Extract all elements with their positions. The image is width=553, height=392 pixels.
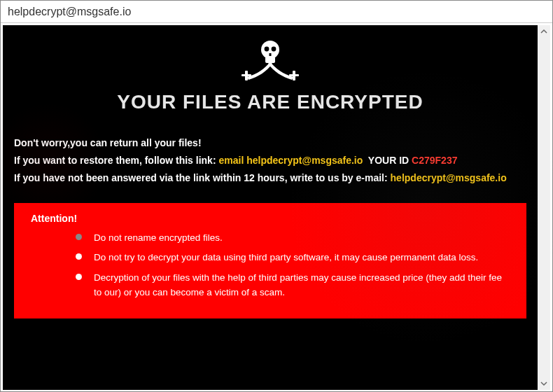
contact-email-link[interactable]: email helpdecrypt@msgsafe.io <box>218 155 363 166</box>
attention-box: Attention! Do not rename encrypted files… <box>14 203 526 319</box>
window-title: helpdecrypt@msgsafe.io <box>8 6 131 18</box>
instruction-line-2-prefix: If you want to restore them, follow this… <box>14 155 216 166</box>
your-id-value: C279F237 <box>412 155 457 166</box>
svg-point-3 <box>272 47 276 52</box>
instructions: Don't worry,you can return all your file… <box>13 134 528 188</box>
vertical-scrollbar[interactable] <box>538 25 550 390</box>
headline: YOUR FILES ARE ENCRYPTED <box>13 91 528 113</box>
instruction-line-3: If you have not been answered via the li… <box>14 169 528 187</box>
svg-rect-7 <box>241 74 251 76</box>
ransom-note: YOUR FILES ARE ENCRYPTED Don't worry,you… <box>3 25 538 390</box>
scroll-down-icon[interactable] <box>538 377 550 390</box>
instruction-line-3-prefix: If you have not been answered via the li… <box>14 172 388 183</box>
instruction-line-2: If you want to restore them, follow this… <box>14 152 528 169</box>
svg-rect-4 <box>270 53 272 56</box>
scroll-up-icon[interactable] <box>538 25 550 38</box>
list-item: Decryption of your files with the help o… <box>94 271 510 300</box>
list-item: Do not rename encrypted files. <box>94 231 510 246</box>
list-item: Do not try to decrypt your data using th… <box>94 251 510 265</box>
window-titlebar: helpdecrypt@msgsafe.io <box>1 1 552 23</box>
svg-point-0 <box>261 41 279 59</box>
logo-wrap <box>13 38 528 85</box>
svg-point-2 <box>265 47 270 52</box>
contact-email-alt[interactable]: helpdecrypt@msgsafe.io <box>391 172 507 183</box>
skull-swords-icon <box>241 38 299 85</box>
svg-rect-8 <box>289 74 299 76</box>
attention-title: Attention! <box>31 213 510 224</box>
instruction-line-1: Don't worry,you can return all your file… <box>14 134 528 152</box>
your-id-label: YOUR ID <box>368 155 409 166</box>
window-body: YOUR FILES ARE ENCRYPTED Don't worry,you… <box>1 23 552 392</box>
attention-list: Do not rename encrypted files. Do not tr… <box>31 231 510 301</box>
